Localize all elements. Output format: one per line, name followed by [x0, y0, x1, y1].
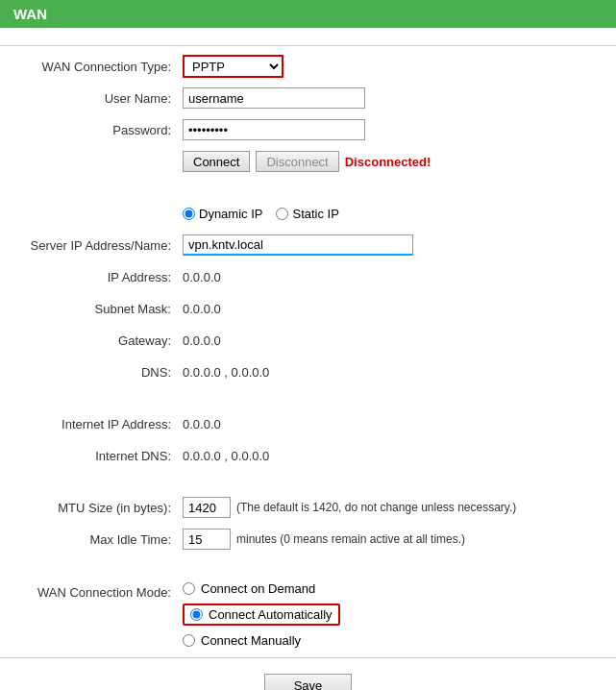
dns-label: DNS:	[0, 365, 183, 380]
dynamic-ip-option[interactable]: Dynamic IP	[183, 207, 262, 221]
dns-value: 0.0.0.0 , 0.0.0.0	[183, 365, 269, 380]
ip-type-radio-group: Dynamic IP Static IP	[183, 207, 339, 221]
subnet-mask-value: 0.0.0.0	[183, 302, 221, 316]
header: WAN	[0, 0, 616, 28]
save-button[interactable]: Save	[264, 674, 353, 690]
wan-connection-mode-group: Connect on Demand Connect Automatically …	[183, 581, 340, 648]
server-ip-input[interactable]	[183, 234, 413, 256]
user-name-label: User Name:	[0, 91, 183, 106]
user-name-input[interactable]	[183, 87, 365, 109]
server-ip-label: Server IP Address/Name:	[0, 238, 183, 253]
internet-dns-label: Internet DNS:	[0, 449, 183, 463]
connect-manually-option[interactable]: Connect Manually	[183, 633, 340, 648]
disconnected-status: Disconnected!	[345, 155, 431, 169]
max-idle-hint: minutes (0 means remain active at all ti…	[236, 532, 465, 546]
internet-ip-value: 0.0.0.0	[183, 417, 221, 431]
ip-address-value: 0.0.0.0	[183, 270, 221, 284]
mtu-input[interactable]	[183, 497, 231, 518]
wan-mode-label: WAN Connection Mode:	[0, 581, 183, 600]
connect-button[interactable]: Connect	[183, 151, 250, 172]
password-input[interactable]	[183, 119, 365, 140]
max-idle-label: Max Idle Time:	[0, 532, 183, 547]
wan-type-label: WAN Connection Type:	[0, 60, 183, 74]
wan-type-value: PPTP PPPoE Dynamic IP Static IP L2TP	[183, 55, 616, 78]
connect-automatically-option[interactable]: Connect Automatically	[183, 604, 340, 626]
internet-ip-label: Internet IP Address:	[0, 417, 183, 431]
wan-connection-type-select[interactable]: PPTP PPPoE Dynamic IP Static IP L2TP	[183, 55, 283, 78]
password-label: Password:	[0, 123, 183, 137]
subnet-mask-label: Subnet Mask:	[0, 302, 183, 316]
ip-address-label: IP Address:	[0, 270, 183, 284]
disconnect-button[interactable]: Disconnect	[256, 151, 338, 172]
connect-on-demand-option[interactable]: Connect on Demand	[183, 581, 340, 596]
internet-dns-value: 0.0.0.0 , 0.0.0.0	[183, 449, 269, 463]
save-row: Save	[0, 674, 616, 690]
mtu-label: MTU Size (in bytes):	[0, 501, 183, 515]
mtu-hint: (The default is 1420, do not change unle…	[236, 501, 516, 514]
gateway-label: Gateway:	[0, 333, 183, 348]
gateway-value: 0.0.0.0	[183, 333, 221, 348]
max-idle-input[interactable]	[183, 529, 231, 550]
static-ip-option[interactable]: Static IP	[276, 207, 338, 221]
